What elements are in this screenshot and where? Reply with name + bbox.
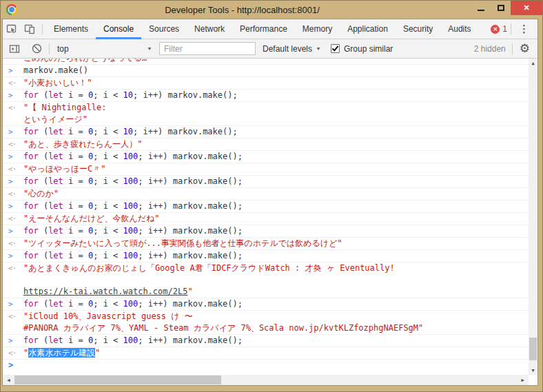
console-token: "あと、歩き疲れたらん一人）" bbox=[23, 139, 142, 149]
close-button[interactable]: ✕ bbox=[511, 1, 542, 15]
more-options-button[interactable]: ⋮ bbox=[515, 23, 533, 35]
console-token: ( bbox=[39, 336, 48, 345]
console-token: というイメージ" bbox=[23, 114, 88, 124]
scroll-down-arrow-icon[interactable]: ▼ bbox=[529, 366, 537, 375]
result-arrow-icon: <· bbox=[8, 213, 16, 225]
console-token: ( bbox=[39, 251, 48, 260]
levels-label: Default levels bbox=[263, 44, 312, 54]
maximize-button[interactable] bbox=[491, 1, 511, 15]
input-chevron-icon: > bbox=[8, 151, 13, 163]
console-token: let bbox=[48, 201, 63, 211]
console-token: "あとまくきゅんのお家のじょし「Google A君「IDCFクラウドWatch … bbox=[23, 263, 395, 273]
console-token: i = bbox=[63, 127, 88, 136]
inspect-element-button[interactable] bbox=[3, 21, 21, 37]
console-token: "【 Nightingalle: bbox=[23, 103, 106, 112]
tab-application[interactable]: Application bbox=[340, 19, 396, 39]
window-titlebar[interactable]: Developer Tools - http://localhost:8001/… bbox=[0, 0, 543, 19]
group-similar-checkbox[interactable] bbox=[331, 44, 340, 53]
console-token: ; i < bbox=[93, 251, 123, 260]
console-token: for bbox=[23, 127, 39, 136]
console-line: for (let i = 0; i < 10; i++) markov.make… bbox=[23, 90, 523, 101]
console-entry-result: <·"iCloud 10%、Javascript guess け 〜#PANOR… bbox=[3, 311, 529, 335]
result-arrow-icon: <· bbox=[8, 102, 16, 114]
tab-elements[interactable]: Elements bbox=[46, 19, 96, 39]
console-line: markov.make() bbox=[23, 65, 523, 76]
settings-button[interactable]: ⚙ bbox=[516, 41, 533, 56]
console-token: let bbox=[48, 127, 63, 136]
console-line: for (let i = 0; i < 10; i++) markov.make… bbox=[23, 126, 523, 138]
console-line: "心のか" bbox=[23, 188, 523, 200]
tab-sources[interactable]: Sources bbox=[141, 19, 187, 39]
clear-console-button[interactable] bbox=[28, 41, 45, 57]
console-token: 10 bbox=[123, 127, 133, 136]
console-token: ( bbox=[39, 176, 48, 186]
console-token: ; i < bbox=[93, 90, 123, 100]
console-line: for (let i = 0; i < 100; i++) markov.mak… bbox=[23, 250, 523, 262]
execution-context-selector[interactable]: top ▼ bbox=[57, 44, 152, 54]
minimize-button[interactable] bbox=[471, 1, 491, 15]
scroll-right-arrow-icon[interactable]: ▶ bbox=[518, 375, 527, 385]
console-line: for (let i = 0; i < 100; i++) markov.mak… bbox=[23, 200, 523, 212]
console-line: "小麦おいしい！" bbox=[23, 77, 523, 89]
tab-audits[interactable]: Audits bbox=[440, 19, 478, 39]
console-token: "えーそんなんだけど、今飲んだね" bbox=[23, 214, 160, 223]
console-token: ; i++) markov.make(); bbox=[138, 251, 243, 260]
console-sidebar-icon bbox=[9, 43, 20, 54]
input-chevron-icon: > bbox=[8, 126, 13, 138]
console-token: 100 bbox=[123, 226, 139, 236]
console-token: 10 bbox=[123, 90, 133, 100]
console-token: ( bbox=[39, 299, 48, 309]
console-token: " bbox=[187, 287, 192, 296]
chevron-down-icon: ▼ bbox=[147, 45, 152, 51]
scroll-up-arrow-icon[interactable]: ▲ bbox=[529, 59, 537, 68]
filter-input[interactable] bbox=[159, 42, 256, 55]
chevron-down-icon: ▼ bbox=[316, 45, 321, 51]
console-token: 100 bbox=[123, 299, 139, 309]
log-levels-dropdown[interactable]: Default levels ▼ bbox=[263, 44, 321, 54]
vertical-scrollbar[interactable]: ▲ ▼ bbox=[529, 59, 537, 375]
result-arrow-icon: <· bbox=[8, 262, 16, 274]
console-line: for (let i = 0; i < 100; i++) markov.mak… bbox=[23, 151, 523, 163]
console-token: ; i++) markov.make(); bbox=[138, 226, 243, 236]
device-toolbar-button[interactable] bbox=[21, 21, 39, 37]
tab-console[interactable]: Console bbox=[96, 19, 141, 39]
scroll-left-arrow-icon[interactable]: ◀ bbox=[4, 375, 13, 385]
vertical-scrollbar-thumb[interactable] bbox=[529, 338, 537, 360]
console-area: ごめんのたられかどうなってる…>markov.make()<·"小麦おいしい！"… bbox=[3, 59, 537, 385]
result-arrow-icon: <· bbox=[8, 188, 16, 200]
console-entry-command: >for (let i = 0; i < 100; i++) markov.ma… bbox=[3, 176, 529, 188]
tab-security[interactable]: Security bbox=[396, 19, 440, 39]
console-toolbar: top ▼ Default levels ▼ Group similar 2 h… bbox=[3, 39, 537, 59]
horizontal-scrollbar[interactable]: ◀ ▶ bbox=[3, 375, 529, 385]
input-chevron-icon: > bbox=[8, 225, 13, 237]
console-entry-command: >for (let i = 0; i < 100; i++) markov.ma… bbox=[3, 151, 529, 163]
console-token: i = bbox=[63, 201, 88, 211]
horizontal-scrollbar-thumb[interactable] bbox=[14, 375, 221, 384]
console-entry-result: <·"あとまくきゅんのお家のじょし「Google A君「IDCFクラウドWatc… bbox=[3, 262, 529, 298]
console-sidebar-button[interactable] bbox=[6, 41, 23, 57]
console-token: 100 bbox=[123, 251, 139, 260]
console-entry-result: <·"やっほやっほーC〃" bbox=[3, 163, 529, 176]
tab-label: Security bbox=[403, 24, 433, 34]
console-entry-prompt[interactable]: > bbox=[3, 360, 529, 372]
console-entry-command: >for (let i = 0; i < 100; i++) markov.ma… bbox=[3, 250, 529, 262]
console-line bbox=[23, 274, 523, 286]
console-token: let bbox=[48, 336, 63, 345]
error-count-badge[interactable]: ✕ 1 bbox=[491, 24, 507, 34]
console-link[interactable]: https://k-tai.watch.watch.com/2L5 bbox=[23, 287, 187, 296]
console-token: "心のか" bbox=[23, 189, 59, 198]
devtools-tabbar: Elements Console Sources Network Perform… bbox=[3, 19, 537, 39]
tab-performance[interactable]: Performance bbox=[232, 19, 295, 39]
console-token: for bbox=[23, 299, 39, 309]
console-token: ; i < bbox=[93, 299, 123, 309]
console-line: というイメージ" bbox=[23, 114, 523, 125]
console-entry-result: <·"えーそんなんだけど、今飲んだね" bbox=[3, 213, 529, 225]
hidden-messages-count[interactable]: 2 hidden bbox=[474, 44, 506, 54]
console-token: "やっほやっほーC〃" bbox=[23, 164, 105, 174]
input-chevron-icon: > bbox=[8, 200, 13, 212]
kebab-icon: ⋮ bbox=[519, 23, 529, 34]
tab-network[interactable]: Network bbox=[187, 19, 232, 39]
group-similar-label: Group similar bbox=[344, 44, 393, 54]
tab-memory[interactable]: Memory bbox=[295, 19, 340, 39]
console-entry-continuation: ごめんのたられかどうなってる… bbox=[3, 59, 529, 65]
